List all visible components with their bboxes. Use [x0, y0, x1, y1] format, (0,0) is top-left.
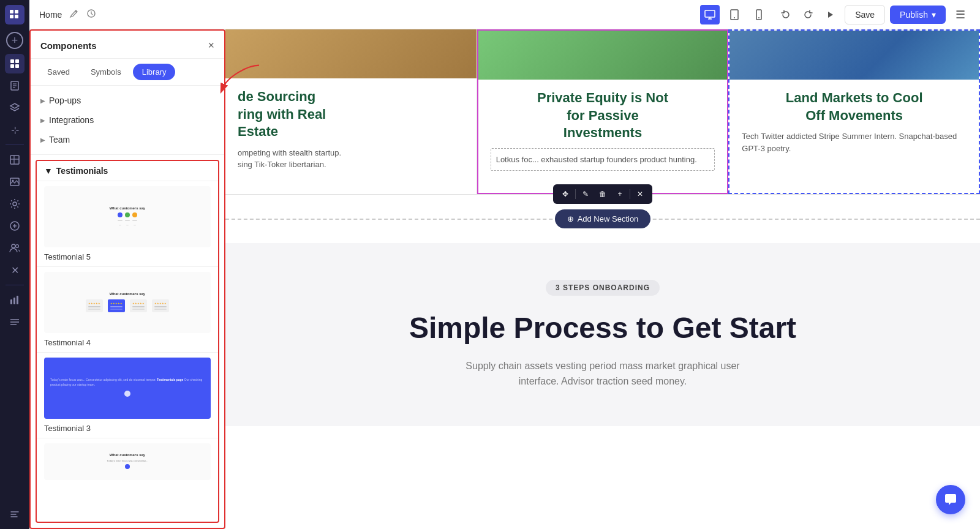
testimonial-3-label: Testimonial 3: [44, 424, 211, 433]
testimonial-item-3[interactable]: Today's main focus was... Consectetur ad…: [37, 352, 218, 438]
delete-tool-button[interactable]: 🗑: [595, 187, 610, 201]
add-section-button[interactable]: ⊕ Add New Section: [555, 209, 651, 228]
svg-rect-5: [15, 59, 19, 63]
sidebar-item-navigate[interactable]: ⊹: [5, 120, 24, 140]
undo-redo-group: [776, 5, 840, 24]
home-breadcrumb[interactable]: Home: [39, 10, 62, 20]
chat-button[interactable]: [936, 485, 965, 514]
svg-marker-33: [828, 12, 833, 18]
publish-button[interactable]: Publish ▾: [890, 6, 946, 24]
device-mobile[interactable]: [749, 5, 769, 24]
nav-item-team[interactable]: ▶ Team: [31, 130, 224, 149]
edit-tool-button[interactable]: ✎: [578, 187, 593, 201]
add-section-label: Add New Section: [578, 214, 639, 223]
sidebar-item-plugins[interactable]: [5, 216, 24, 236]
blog-card-3-desc: Tech Twitter addicted Stripe Summer Inte…: [742, 130, 967, 154]
sidebar-item-analytics[interactable]: [5, 290, 24, 310]
publish-label: Publish: [900, 10, 928, 20]
tab-symbols[interactable]: Symbols: [81, 64, 130, 80]
mini-avatar-icon: [125, 212, 130, 217]
redo-button[interactable]: [798, 5, 818, 24]
sidebar-item-media[interactable]: [5, 172, 24, 192]
onboarding-badge: 3 STEPS ONBOARDING: [546, 280, 660, 296]
svg-rect-21: [10, 299, 12, 304]
mini-line: [132, 220, 137, 221]
testimonial-4-label: Testimonial 4: [44, 338, 211, 347]
onboarding-description: Supply chain assets vesting period mass …: [450, 358, 756, 389]
testimonial-5-preview: What customers say: [44, 186, 211, 247]
testimonial-item-2[interactable]: What customers say Today's main focus wa…: [37, 438, 218, 490]
mini-avatar-icon: [124, 391, 130, 397]
svg-rect-6: [10, 64, 14, 68]
testimonial-item-4[interactable]: What customers say ★★★★★ ★★★★★: [37, 266, 218, 352]
blog-card-1-image: [225, 29, 477, 78]
mini-line: [134, 225, 137, 226]
blog-img-green: [478, 31, 728, 80]
add-element-button[interactable]: +: [6, 32, 23, 49]
testimonial-4-preview: What customers say ★★★★★ ★★★★★: [44, 272, 211, 333]
menu-button[interactable]: ☰: [951, 5, 970, 24]
tab-saved[interactable]: Saved: [38, 64, 79, 80]
nav-item-popups[interactable]: ▶ Pop-ups: [31, 91, 224, 110]
nav-item-integrations[interactable]: ▶ Integrations: [31, 110, 224, 130]
sidebar-item-cms[interactable]: [5, 312, 24, 332]
sidebar-item-pages[interactable]: [5, 76, 24, 96]
svg-point-20: [16, 245, 19, 248]
testimonial-3-preview: Today's main focus was... Consectetur ad…: [44, 358, 211, 419]
mini-title: What customers say: [110, 453, 145, 457]
blog-card-2[interactable]: Private Equity is Notfor PassiveInvestme…: [477, 29, 729, 194]
blog-card-1[interactable]: de Sourcingring with RealEstate ompeting…: [225, 29, 477, 194]
tab-library[interactable]: Library: [133, 64, 176, 80]
pen-tool-icon[interactable]: [69, 9, 79, 21]
sidebar-item-components[interactable]: [5, 54, 24, 73]
play-button[interactable]: [820, 5, 840, 24]
onboarding-section: 3 STEPS ONBOARDING Simple Process to Get…: [225, 243, 980, 426]
add-tool-button[interactable]: +: [612, 187, 627, 201]
sidebar-item-users[interactable]: [5, 238, 24, 258]
panel-close-button[interactable]: ×: [208, 39, 214, 52]
add-section-icon: ⊕: [567, 214, 574, 223]
nav-item-team-label: Team: [49, 135, 70, 144]
move-tool-button[interactable]: ✥: [558, 187, 573, 201]
testimonial-item-5[interactable]: What customers say: [37, 181, 218, 266]
testimonials-header[interactable]: ▼ Testimonials: [37, 161, 218, 181]
mini-avatar-icon: [132, 212, 137, 217]
history-icon[interactable]: [86, 9, 96, 21]
testimonials-label: Testimonials: [56, 166, 108, 176]
device-desktop[interactable]: [700, 5, 720, 24]
blog-card-3[interactable]: Land Markets to CoolOff Movements Tech T…: [728, 29, 980, 194]
sidebar-item-settings[interactable]: [5, 194, 24, 214]
toolbar-divider: [630, 189, 630, 199]
icon-sidebar: + ⊹: [0, 0, 29, 529]
mini-card: ★★★★★: [130, 299, 147, 312]
save-button[interactable]: Save: [845, 5, 885, 24]
nav-item-popups-label: Pop-ups: [49, 96, 81, 105]
onboarding-title: Simple Process to Get Start: [250, 310, 956, 346]
undo-button[interactable]: [776, 5, 796, 24]
publish-chevron-icon: ▾: [932, 10, 936, 20]
arrow-icon: ▶: [40, 97, 45, 104]
mini-avatar-icon: [125, 464, 130, 469]
mini-line: [119, 225, 122, 226]
svg-point-32: [758, 17, 760, 18]
mini-card: ★★★★★: [86, 299, 103, 312]
panel-header: Components ×: [31, 31, 224, 59]
testimonial-5-label: Testimonial 5: [44, 252, 211, 261]
mini-line: [125, 220, 129, 221]
sidebar-item-grid[interactable]: [5, 150, 24, 170]
svg-point-30: [734, 17, 735, 18]
svg-point-17: [13, 202, 17, 206]
top-bar: Home: [29, 0, 980, 29]
arrow-icon: ▶: [40, 137, 45, 143]
arrow-icon: ▶: [40, 117, 45, 124]
svg-rect-12: [10, 156, 19, 164]
apps-grid-icon[interactable]: [5, 5, 24, 24]
svg-point-19: [12, 244, 15, 248]
blog-card-1-desc: ompeting with stealth startup.sing Tik-T…: [238, 147, 464, 171]
device-tablet[interactable]: [725, 5, 744, 24]
top-bar-right: Save Publish ▾ ☰: [776, 5, 970, 24]
sidebar-item-bottom-settings[interactable]: [5, 505, 24, 524]
close-tool-button[interactable]: ✕: [633, 187, 647, 201]
sidebar-item-layers[interactable]: [5, 98, 24, 118]
sidebar-item-tools[interactable]: ✕: [5, 260, 24, 280]
